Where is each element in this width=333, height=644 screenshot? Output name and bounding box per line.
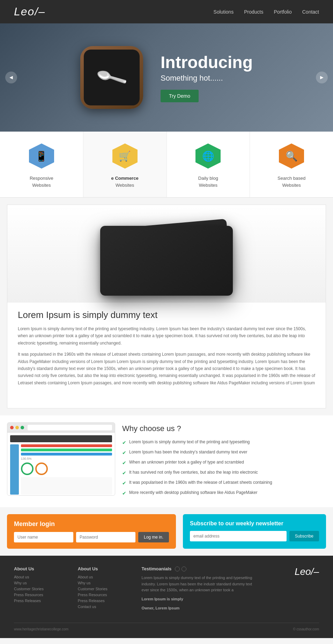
footer-col2: About Us About us Why us Customer Storie… bbox=[78, 566, 135, 614]
footer-link-releases1[interactable]: Press Releases bbox=[14, 599, 71, 603]
browser-dot-red bbox=[10, 426, 14, 429]
username-input[interactable] bbox=[14, 532, 73, 542]
feature-search[interactable]: 🔍 Search based Websites bbox=[250, 132, 333, 197]
testimonials-author-bold: Lorem Ipsum is simply bbox=[142, 596, 256, 602]
mini-stat-row bbox=[21, 462, 112, 475]
mini-circle2 bbox=[35, 462, 48, 475]
mini-stat-label: 130.5% bbox=[21, 457, 112, 460]
testimonial-nav bbox=[175, 567, 186, 571]
feature-responsive[interactable]: 📱 Responsive Websites bbox=[0, 132, 83, 197]
footer-link-why1[interactable]: Why us bbox=[14, 581, 71, 585]
footer-col1: About Us About us Why us Customer Storie… bbox=[14, 566, 71, 614]
footer-link-why2[interactable]: Why us bbox=[78, 581, 135, 585]
footer-col2-heading: About Us bbox=[78, 566, 135, 571]
member-title: Member login bbox=[14, 520, 169, 528]
content-text: Lorem Ipsum is simply dummy text Lorem I… bbox=[7, 303, 326, 398]
header: Leo/– Solutions Products Portfolio Conta… bbox=[0, 0, 333, 23]
login-button[interactable]: Log me in. bbox=[138, 532, 169, 542]
browser-content-area: 130.5% bbox=[10, 444, 112, 495]
footer-bottom: www.heritagechristianecollege.com © cssa… bbox=[14, 623, 319, 631]
why-item-2: ✔ Lorem Ipsum has been the industry's st… bbox=[122, 450, 326, 456]
feature-label-blog: Daily blog Websites bbox=[198, 175, 218, 188]
footer-logo-col: Leo/– bbox=[262, 566, 319, 614]
check-icon-1: ✔ bbox=[122, 440, 126, 445]
browser-nav-bar bbox=[10, 435, 112, 442]
footer-link-releases2[interactable]: Press Releases bbox=[78, 599, 135, 603]
tablet-image bbox=[7, 205, 326, 303]
feature-label-search: Search based Websites bbox=[278, 175, 305, 188]
testimonials-text: Lorem Ipsum is simply dummy text of the … bbox=[142, 575, 256, 593]
footer-copyright-right: © cssauthor.com bbox=[293, 627, 319, 631]
ecommerce-icon: 🛒 bbox=[119, 150, 131, 162]
search-icon: 🔍 bbox=[286, 150, 298, 162]
footer: About Us About us Why us Customer Storie… bbox=[0, 556, 333, 638]
hero-next-button[interactable]: ► bbox=[316, 72, 328, 83]
try-demo-button[interactable]: Try Demo bbox=[161, 90, 199, 102]
testi-nav-next[interactable] bbox=[182, 567, 186, 571]
footer-top: About Us About us Why us Customer Storie… bbox=[14, 566, 319, 614]
footer-link-about1[interactable]: About us bbox=[14, 575, 71, 579]
footer-link-about2[interactable]: About us bbox=[78, 575, 135, 579]
footer-logo: Leo/– bbox=[295, 566, 319, 577]
check-icon-5: ✔ bbox=[122, 480, 126, 486]
content-para1: Lorem Ipsum is simply dummy text of the … bbox=[18, 325, 315, 347]
why-section: 130.5% Why choose us ? ✔ Lorem Ipsum is … bbox=[0, 415, 333, 507]
check-icon-2: ✔ bbox=[122, 450, 126, 456]
logo: Leo/– bbox=[14, 5, 45, 18]
member-form: Log me in. bbox=[14, 532, 169, 542]
browser-content: 130.5% bbox=[7, 432, 115, 495]
why-item-3: ✔ When an unknown printer took a galley … bbox=[122, 460, 326, 466]
feature-blog[interactable]: 🌐 Daily blog Websites bbox=[167, 132, 250, 197]
footer-link-press1[interactable]: Press Resources bbox=[14, 593, 71, 597]
mini-bar-green bbox=[21, 449, 112, 451]
testimonials-author-title: Owner, Lorem Ipsum bbox=[142, 605, 256, 612]
footer-link-contact2[interactable]: Contact us bbox=[78, 605, 135, 609]
browser-mockup: 130.5% bbox=[7, 422, 115, 496]
subscribe-button[interactable]: Subscribe bbox=[289, 531, 319, 541]
hero-section: ◄ 🥄 Introducing Something hot...... Try … bbox=[0, 23, 333, 132]
content-section: Lorem Ipsum is simply dummy text Lorem I… bbox=[7, 205, 326, 408]
mini-circle1 bbox=[21, 462, 34, 475]
hero-text: Introducing Something hot...... Try Demo bbox=[161, 53, 253, 102]
newsletter-form: Subscribe bbox=[190, 531, 319, 541]
browser-sidebar bbox=[10, 444, 19, 495]
footer-col1-heading: About Us bbox=[14, 566, 71, 571]
mini-bar-red bbox=[21, 444, 112, 447]
blog-icon: 🌐 bbox=[202, 150, 214, 162]
feature-hex-blog: 🌐 bbox=[194, 142, 222, 170]
why-left: 130.5% bbox=[7, 422, 115, 500]
footer-testimonials-heading: Testimoanials bbox=[142, 566, 256, 571]
footer-link-customers1[interactable]: Customer Stories bbox=[14, 587, 71, 591]
mini-bar-blue bbox=[21, 453, 112, 456]
check-icon-3: ✔ bbox=[122, 460, 126, 466]
hero-icon: 🥄 bbox=[80, 46, 143, 109]
why-item-6: ✔ More recently with desktop publishing … bbox=[122, 490, 326, 496]
hero-content: 🥄 Introducing Something hot...... Try De… bbox=[80, 46, 253, 109]
check-icon-6: ✔ bbox=[122, 490, 126, 496]
email-input[interactable] bbox=[190, 531, 287, 541]
nav-solutions[interactable]: Solutions bbox=[214, 9, 234, 15]
password-input[interactable] bbox=[76, 532, 135, 542]
footer-link-press2[interactable]: Press Resources bbox=[78, 593, 135, 597]
feature-hex-ecommerce: 🛒 bbox=[111, 142, 139, 170]
mini-table bbox=[21, 477, 112, 495]
why-item-1: ✔ Lorem Ipsum is simply dummy text of th… bbox=[122, 439, 326, 445]
nav-products[interactable]: Products bbox=[244, 9, 263, 15]
nav-contact[interactable]: Contact bbox=[302, 9, 319, 15]
why-item-5: ✔ It was popularised in the 1960s with t… bbox=[122, 480, 326, 486]
why-right: Why choose us ? ✔ Lorem Ipsum is simply … bbox=[122, 422, 326, 500]
browser-dot-yellow bbox=[15, 426, 19, 429]
responsive-icon: 📱 bbox=[35, 150, 47, 162]
feature-label-responsive: Responsive Websites bbox=[30, 175, 53, 188]
why-item-4: ✔ It has survived not only five centurie… bbox=[122, 470, 326, 476]
nav-portfolio[interactable]: Portfolio bbox=[274, 9, 291, 15]
why-heading: Why choose us ? bbox=[122, 424, 326, 433]
hero-prev-button[interactable]: ◄ bbox=[5, 72, 17, 83]
browser-url-bar bbox=[28, 425, 112, 430]
feature-ecommerce[interactable]: 🛒 e Commerce Websites bbox=[83, 132, 167, 197]
testi-nav-prev[interactable] bbox=[175, 567, 180, 571]
footer-link-customers2[interactable]: Customer Stories bbox=[78, 587, 135, 591]
why-list: ✔ Lorem Ipsum is simply dummy text of th… bbox=[122, 439, 326, 496]
check-icon-4: ✔ bbox=[122, 470, 126, 476]
feature-hex-search: 🔍 bbox=[278, 142, 305, 170]
